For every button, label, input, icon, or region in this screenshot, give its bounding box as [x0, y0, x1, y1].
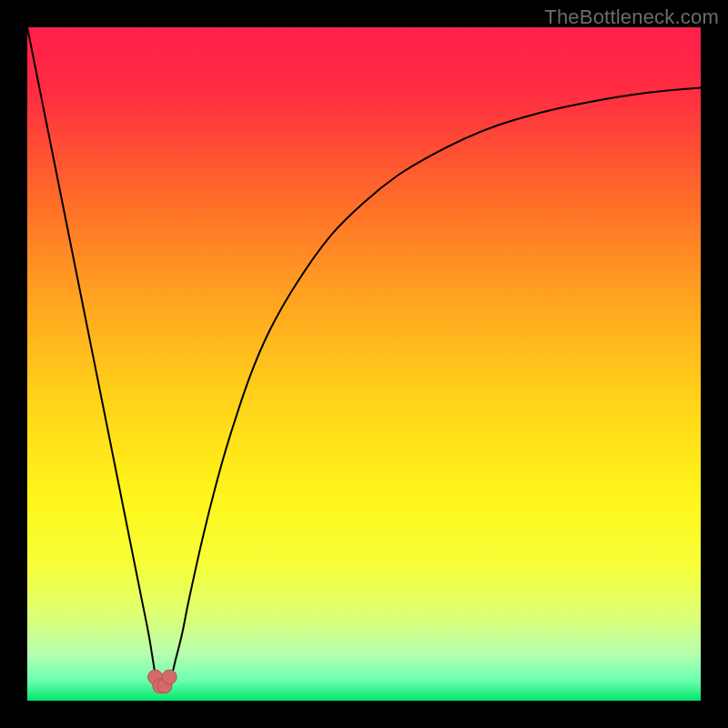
chart-container: TheBottleneck.com	[0, 0, 728, 728]
dip-marker	[162, 670, 177, 684]
watermark-label: TheBottleneck.com	[544, 5, 719, 29]
plot-area	[27, 27, 701, 701]
gradient-background	[27, 27, 701, 701]
chart-svg	[27, 27, 701, 701]
